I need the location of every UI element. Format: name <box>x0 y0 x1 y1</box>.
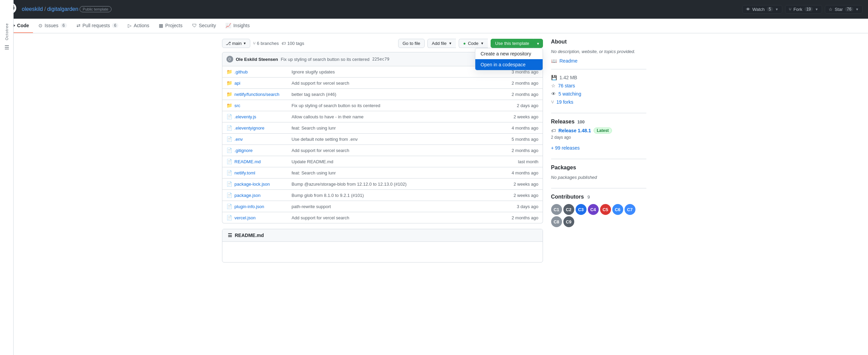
size-stat: 💾 1.42 MB <box>551 75 646 80</box>
star-icon: ☆ <box>829 7 833 12</box>
release-tag-link[interactable]: Release 1.48.1 <box>559 128 591 133</box>
contributors-title: Contributors 9 <box>551 194 646 200</box>
file-name-link[interactable]: vercel.json <box>235 215 289 220</box>
file-time: last month <box>505 159 539 164</box>
fork-button[interactable]: ⑂ Fork 19 ▼ <box>785 5 822 14</box>
file-time: 2 days ago <box>505 103 539 108</box>
file-name-link[interactable]: netlify/functions/search <box>235 92 289 97</box>
file-name-link[interactable]: api <box>235 81 289 86</box>
octotree-icon[interactable]: ☰ <box>4 44 9 51</box>
code-split: ● Code ▼ <box>459 39 488 48</box>
actions-label: Actions <box>134 23 149 28</box>
actions-icon: ▷ <box>128 23 132 28</box>
readme-content <box>222 242 543 262</box>
projects-label: Projects <box>165 23 183 28</box>
add-file-button[interactable]: Add file ▼ <box>427 39 456 48</box>
contributor-avatar[interactable]: C3 <box>576 204 586 215</box>
tags-stat: 🏷 100 tags <box>282 41 304 46</box>
branch-name: main <box>232 41 242 46</box>
about-description: No description, website, or topics provi… <box>551 49 646 54</box>
branch-selector[interactable]: ⎇ main ▼ <box>222 39 250 48</box>
branch-bar: ⎇ main ▼ ⑂ 6 branches 🏷 100 tags Go to f… <box>222 39 543 48</box>
sidebar: About No description, website, or topics… <box>551 39 646 263</box>
fork-count: 19 <box>804 7 813 12</box>
contributor-avatar[interactable]: C2 <box>563 204 574 215</box>
contributor-avatar[interactable]: C9 <box>563 216 574 227</box>
readme-link[interactable]: 📖 Readme <box>551 58 646 64</box>
code-button[interactable]: ● Code ▼ <box>459 39 488 48</box>
use-template-button[interactable]: Use this template <box>491 39 533 48</box>
tab-pull-requests[interactable]: ⇄ Pull requests 6 <box>72 19 123 33</box>
sidebar-divider-2 <box>551 113 646 113</box>
contributors-title-label: Contributors <box>551 194 584 200</box>
issues-icon: ⊙ <box>38 23 42 28</box>
watch-label: Watch <box>752 7 765 12</box>
commit-message[interactable]: Fix up styling of search button so its c… <box>281 57 370 62</box>
branches-link[interactable]: 6 branches <box>257 41 279 46</box>
file-name-link[interactable]: .eleventyignore <box>235 125 289 131</box>
top-nav: oleeskild / digitalgarden Public templat… <box>0 0 868 19</box>
file-name-link[interactable]: src <box>235 103 289 108</box>
commit-hash[interactable]: 225ec79 <box>372 57 390 62</box>
file-name-link[interactable]: README.md <box>235 159 289 164</box>
code-label: Code <box>468 41 478 46</box>
repo-name-link[interactable]: digitalgarden <box>47 6 79 12</box>
readme-link-label: Readme <box>560 58 578 64</box>
contributor-avatar[interactable]: C5 <box>600 204 611 215</box>
file-name-link[interactable]: package.json <box>235 193 289 198</box>
sidebar-divider-3 <box>551 159 646 159</box>
file-icon: 📄 <box>226 170 232 175</box>
watch-icon: 👁 <box>746 7 750 12</box>
repo-owner-link[interactable]: oleeskild <box>22 6 43 12</box>
tab-insights[interactable]: 📈 Insights <box>221 19 254 33</box>
file-time: 2 months ago <box>505 81 539 86</box>
use-template-arrow-button[interactable]: ▼ <box>534 39 543 48</box>
star-button[interactable]: ☆ Star 76 ▼ <box>825 5 863 14</box>
file-name-link[interactable]: .github <box>235 69 289 74</box>
octotree-label[interactable]: Octotree <box>5 20 9 43</box>
repo-path: oleeskild / digitalgarden Public templat… <box>22 6 112 12</box>
go-to-file-button[interactable]: Go to file <box>398 39 425 48</box>
more-releases-link[interactable]: + 99 releases <box>551 145 580 151</box>
tab-projects[interactable]: ▦ Projects <box>155 19 187 33</box>
readme-section: ☰ README.md <box>222 229 543 263</box>
create-repo-option[interactable]: Create a new repository <box>475 48 543 59</box>
readme-list-icon: ☰ <box>228 233 232 238</box>
fork-icon: ⑂ <box>789 7 792 12</box>
tab-issues[interactable]: ⊙ Issues 6 <box>34 19 71 33</box>
file-name-link[interactable]: .env <box>235 137 289 142</box>
file-name-link[interactable]: .eleventy.js <box>235 114 289 119</box>
pr-label: Pull requests <box>83 23 110 28</box>
commit-author-avatar: O <box>226 56 233 63</box>
contributor-avatar[interactable]: C8 <box>551 216 562 227</box>
readme-filename: README.md <box>235 233 264 238</box>
folder-icon: 📁 <box>226 69 232 74</box>
forks-stat: ⑂ 19 forks <box>551 99 646 105</box>
file-icon: 📄 <box>226 148 232 153</box>
file-name-link[interactable]: netlify.toml <box>235 170 289 175</box>
packages-title: Packages <box>551 165 646 171</box>
file-name-link[interactable]: plugin-info.json <box>235 204 289 209</box>
contributor-avatar[interactable]: C1 <box>551 204 562 215</box>
main-layout: ⎇ main ▼ ⑂ 6 branches 🏷 100 tags Go to f… <box>217 33 652 268</box>
tab-security[interactable]: 🛡 Security <box>188 19 220 33</box>
file-message: feat: Search using lunr <box>292 170 502 175</box>
tab-actions[interactable]: ▷ Actions <box>124 19 153 33</box>
file-name-link[interactable]: .gitignore <box>235 148 289 153</box>
fork-arrow-icon: ▼ <box>815 7 818 11</box>
open-codespace-option[interactable]: Open in a codespace <box>475 59 543 70</box>
top-nav-actions: 👁 Watch 5 ▼ ⑂ Fork 19 ▼ ☆ Star 76 ▼ <box>742 5 863 14</box>
file-name-link[interactable]: package-lock.json <box>235 182 289 187</box>
use-template-btn-group: Use this template ▼ <box>491 39 543 48</box>
contributor-avatar[interactable]: C7 <box>625 204 635 215</box>
forks-link[interactable]: 19 forks <box>557 99 574 105</box>
file-icon: 📄 <box>226 125 232 131</box>
contributor-avatar[interactable]: C6 <box>612 204 623 215</box>
watching-link[interactable]: 5 watching <box>559 91 581 97</box>
watch-button[interactable]: 👁 Watch 5 ▼ <box>742 5 782 14</box>
tags-link[interactable]: 100 tags <box>287 41 304 46</box>
path-separator: / <box>44 6 46 12</box>
watching-icon: 👁 <box>551 91 556 97</box>
stars-link[interactable]: 76 stars <box>558 83 575 88</box>
contributor-avatar[interactable]: C4 <box>588 204 599 215</box>
